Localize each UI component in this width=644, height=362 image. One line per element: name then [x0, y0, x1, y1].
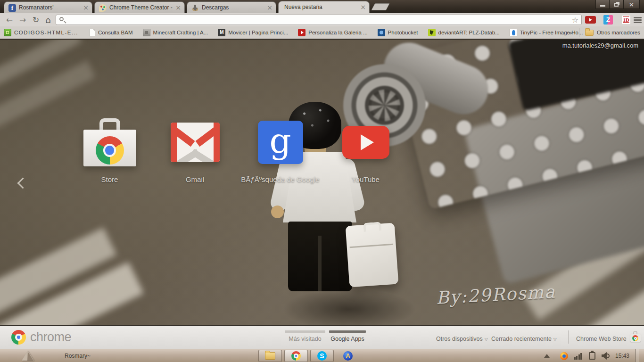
app-store[interactable]: Store	[67, 118, 152, 183]
start-button[interactable]	[22, 351, 34, 361]
atube-catcher-icon: A	[343, 351, 353, 361]
one-direction-extension-icon[interactable]: 1D	[621, 15, 631, 25]
app-google-search[interactable]: g BÃƒÂºsqueda de Google	[238, 118, 323, 183]
volume-icon[interactable]	[602, 352, 610, 360]
section-google-apps[interactable]: Google Apps	[329, 326, 366, 342]
restore-button[interactable]	[610, 0, 624, 9]
youtube-icon	[342, 126, 389, 159]
back-button[interactable]: ←	[4, 15, 15, 25]
clock[interactable]: 15:43	[615, 353, 629, 359]
close-button[interactable]: ×	[624, 0, 640, 9]
lego-figure-legs	[288, 222, 352, 291]
tab-rosmanators[interactable]: f Rosmanators' ×	[4, 1, 92, 13]
page-icon	[89, 29, 95, 36]
tab-title: Nueva pestaña	[284, 4, 358, 10]
tab-strip: f Rosmanators' × Chrome Theme Creator - …	[0, 0, 644, 13]
system-tray: 15:43	[544, 349, 639, 362]
chevron-down-icon: ▽	[553, 337, 557, 342]
bookmark-deviantart[interactable]: deviantART: PLZ-Datab...	[428, 29, 500, 36]
apps-page-previous-chevron-icon[interactable]	[17, 177, 28, 189]
antivirus-tray-icon[interactable]	[560, 352, 568, 360]
home-button[interactable]: ⌂	[42, 15, 54, 25]
photobucket-icon	[378, 29, 385, 36]
windows-taskbar: Rosmary~ S A 15:43	[0, 349, 644, 362]
section-mas-visitado[interactable]: Más visitado	[285, 326, 325, 342]
bookmark-personaliza[interactable]: Personaliza la Galeria ...	[298, 29, 367, 36]
chrome-icon	[291, 351, 301, 361]
app-gmail[interactable]: Gmail	[152, 118, 238, 183]
divider	[568, 330, 569, 344]
tab-close-button[interactable]: ×	[83, 4, 89, 11]
chrome-logo-icon	[11, 330, 26, 345]
close-icon: ×	[629, 0, 634, 8]
window-controls: ×	[595, 0, 640, 9]
action-center-icon[interactable]	[589, 352, 595, 360]
chrome-menu-button[interactable]	[634, 17, 642, 23]
code-site-icon	[4, 29, 11, 36]
z-extension-icon[interactable]: Z	[603, 15, 613, 25]
section-indicator	[285, 330, 325, 333]
google-search-icon: g	[258, 121, 303, 164]
taskbar-chrome-button[interactable]	[284, 350, 308, 362]
youtube-extension-icon[interactable]	[585, 16, 596, 24]
minimize-button[interactable]	[595, 0, 610, 9]
tab-close-button[interactable]: ×	[267, 4, 272, 11]
section-indicator	[329, 330, 366, 333]
tab-title: Rosmanators'	[19, 4, 81, 11]
web-store-bag-icon[interactable]	[630, 331, 641, 343]
download-icon	[191, 4, 199, 12]
taskbar-file-explorer-button[interactable]	[258, 350, 282, 362]
tab-theme-creator[interactable]: Chrome Theme Creator - Crea ×	[94, 1, 185, 13]
tab-title: Chrome Theme Creator - Crea	[109, 4, 173, 11]
cerrado-recientemente-dropdown[interactable]: Cerrado recientemente▽	[491, 336, 557, 342]
skype-icon: S	[317, 351, 327, 361]
new-tab-button[interactable]	[371, 3, 390, 10]
bookmarks-bar: CODIGOS-HTML-E... Consulta BAM Minecraft…	[0, 26, 644, 40]
tab-descargas[interactable]: Descargas ×	[187, 1, 276, 13]
forward-button[interactable]: →	[17, 15, 28, 25]
taskbar-user-label: Rosmary~	[65, 353, 91, 359]
app-shortcuts: Store Gmail g BÃƒÂºsqueda de Google	[67, 118, 408, 183]
show-hidden-icons-button[interactable]	[544, 354, 550, 358]
desktop-screen: f Rosmanators' × Chrome Theme Creator - …	[0, 0, 644, 362]
bookmarks-overflow-button[interactable]: »	[569, 29, 572, 36]
taskbar-skype-button[interactable]: S	[310, 350, 334, 362]
folder-icon	[585, 30, 594, 36]
navigation-toolbar: ← → ↻ ⌂ ☆ Z 1D	[0, 13, 644, 26]
network-signal-icon[interactable]	[574, 353, 583, 360]
palette-icon	[99, 4, 107, 12]
omnibox[interactable]: ☆	[56, 15, 582, 25]
new-tab-bottom-bar: chrome Más visitado Google Apps Otros di…	[0, 325, 644, 349]
search-icon	[59, 17, 64, 21]
facebook-icon: f	[8, 4, 16, 12]
video-icon	[298, 29, 305, 36]
taskbar-pinned-apps: S A	[258, 350, 362, 362]
chrome-web-store-link[interactable]: Chrome Web Store	[576, 336, 627, 342]
bookmark-photobucket[interactable]: Photobucket	[378, 29, 418, 36]
new-tab-page: ma.tutoriales29@gmail.com Store	[0, 40, 644, 325]
minimize-icon	[600, 5, 605, 7]
bookmark-codigos[interactable]: CODIGOS-HTML-E...	[4, 29, 78, 36]
bookmark-movicer[interactable]: M Movicer | Pagina Princi...	[218, 29, 288, 36]
tinypic-icon	[510, 29, 517, 36]
chrome-brand-text: chrome	[30, 330, 71, 345]
show-desktop-button[interactable]	[635, 349, 639, 362]
minecraft-icon	[143, 29, 150, 36]
tab-title: Descargas	[202, 4, 264, 11]
account-email-link[interactable]: ma.tutoriales29@gmail.com	[562, 42, 638, 49]
tab-close-button[interactable]: ×	[360, 3, 366, 11]
reload-button[interactable]: ↻	[30, 15, 41, 25]
app-youtube[interactable]: YouTube	[323, 118, 408, 183]
bookmark-minecraft[interactable]: Minecraft Crafting | A...	[143, 29, 208, 36]
divider	[579, 28, 579, 37]
taskbar-atube-button[interactable]: A	[336, 350, 360, 362]
deviantart-icon	[428, 29, 436, 36]
other-bookmarks-button[interactable]: Otros marcadores	[597, 30, 640, 35]
tab-nueva-pestana[interactable]: Nueva pestaña ×	[278, 1, 370, 13]
tab-close-button[interactable]: ×	[175, 4, 181, 11]
restore-icon	[614, 3, 619, 7]
chrome-web-store-icon	[83, 118, 136, 166]
otros-dispositivos-dropdown[interactable]: Otros dispositivos▽	[436, 336, 488, 342]
bookmark-consulta-bam[interactable]: Consulta BAM	[88, 29, 133, 36]
bookmark-star-icon[interactable]: ☆	[572, 15, 578, 25]
